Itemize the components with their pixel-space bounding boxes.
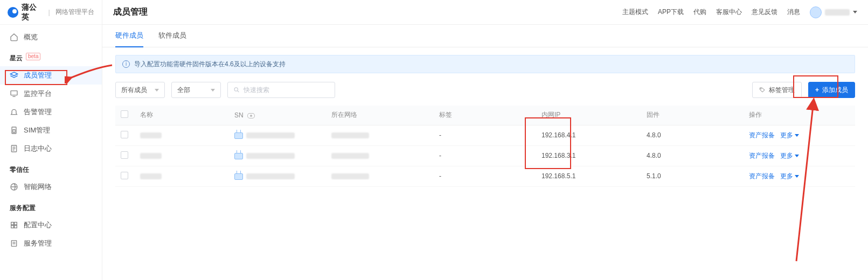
svg-point-19 bbox=[761, 89, 761, 89]
select-filter[interactable]: 全部 bbox=[171, 82, 221, 98]
members-table: 名称 SN 所在网络 标签 内网IP 固件 操作 bbox=[115, 106, 855, 187]
svg-line-18 bbox=[238, 91, 239, 93]
col-ip-header[interactable]: 内网IP bbox=[536, 106, 641, 125]
asset-report-link[interactable]: 资产报备 bbox=[749, 172, 775, 180]
row-checkbox[interactable] bbox=[121, 172, 128, 179]
table-row[interactable]: - 192.168.5.1 5.1.0 资产报备 更多 bbox=[115, 166, 855, 186]
chevron-down-icon bbox=[211, 89, 215, 92]
brand-divider: | bbox=[48, 8, 50, 16]
tab-label: 硬件成员 bbox=[115, 31, 143, 40]
chevron-down-icon bbox=[795, 155, 799, 157]
sidebar-section-xingyun: 星云 beta bbox=[0, 46, 102, 66]
svg-rect-1 bbox=[11, 91, 17, 95]
sidebar-item-sim[interactable]: SIM管理 bbox=[0, 121, 102, 139]
topbar-link-download[interactable]: APP下载 bbox=[658, 8, 684, 17]
select-value: 所有成员 bbox=[121, 86, 147, 95]
sidebar-item-label: 日志中心 bbox=[24, 144, 52, 153]
table-header-row: 名称 SN 所在网络 标签 内网IP 固件 操作 bbox=[115, 106, 855, 125]
row-checkbox[interactable] bbox=[121, 151, 128, 159]
cell-name-redacted bbox=[140, 153, 162, 159]
tab-label: 软件成员 bbox=[158, 31, 186, 40]
row-checkbox[interactable] bbox=[121, 131, 128, 138]
toolbar: 所有成员 全部 标签管理 + 添加成员 bbox=[115, 82, 855, 98]
section-title: 星云 bbox=[10, 54, 23, 63]
asset-report-link[interactable]: 资产报备 bbox=[749, 152, 775, 159]
sidebar-item-members[interactable]: 成员管理 bbox=[0, 66, 102, 85]
sidebar-item-service[interactable]: 服务管理 bbox=[0, 234, 102, 253]
plus-icon: + bbox=[815, 86, 819, 94]
add-member-button[interactable]: + 添加成员 bbox=[808, 82, 855, 98]
topbar-link-theme[interactable]: 主题模式 bbox=[622, 8, 648, 17]
tab-software-members[interactable]: 软件成员 bbox=[158, 25, 186, 47]
svg-rect-13 bbox=[15, 226, 17, 228]
cell-tag: - bbox=[434, 145, 536, 166]
topbar-link-feedback[interactable]: 意见反馈 bbox=[752, 8, 777, 17]
table-row[interactable]: - 192.168.3.1 4.8.0 资产报备 更多 bbox=[115, 145, 855, 166]
info-text: 导入配置功能需硬件固件版本在4.6及以上的设备支持 bbox=[134, 60, 286, 69]
content: i 导入配置功能需硬件固件版本在4.6及以上的设备支持 所有成员 全部 bbox=[102, 47, 868, 187]
col-network-header[interactable]: 所在网络 bbox=[326, 106, 434, 125]
table-row[interactable]: - 192.168.4.1 4.8.0 资产报备 更多 bbox=[115, 125, 855, 145]
search-input-wrap[interactable] bbox=[227, 82, 335, 98]
user-menu[interactable] bbox=[810, 6, 857, 18]
sidebar-item-monitor[interactable]: 监控平台 bbox=[0, 85, 102, 103]
search-input[interactable] bbox=[244, 86, 329, 94]
chevron-down-icon bbox=[795, 175, 799, 178]
home-icon bbox=[10, 33, 18, 41]
beta-tag: beta bbox=[26, 53, 40, 60]
svg-rect-4 bbox=[13, 130, 15, 132]
brand-name: 蒲公英 bbox=[22, 3, 43, 22]
cell-network-redacted bbox=[331, 153, 369, 159]
col-name-header[interactable]: 名称 bbox=[135, 106, 229, 125]
svg-rect-11 bbox=[15, 222, 17, 225]
cell-tag: - bbox=[434, 166, 536, 186]
cell-network-redacted bbox=[331, 173, 369, 179]
bell-icon bbox=[10, 108, 18, 116]
chevron-down-icon bbox=[853, 11, 857, 13]
svg-rect-12 bbox=[11, 226, 14, 228]
more-actions-link[interactable]: 更多 bbox=[780, 172, 799, 181]
sidebar-item-alerts[interactable]: 告警管理 bbox=[0, 103, 102, 121]
more-actions-link[interactable]: 更多 bbox=[780, 131, 799, 140]
topbar-link-support[interactable]: 客服中心 bbox=[716, 8, 742, 17]
main: 成员管理 主题模式 APP下载 代购 客服中心 意见反馈 消息 硬件成员 bbox=[102, 0, 868, 280]
button-label: 标签管理 bbox=[769, 86, 795, 95]
more-actions-link[interactable]: 更多 bbox=[780, 151, 799, 160]
brand: 蒲公英 | 网络管理平台 bbox=[0, 0, 102, 25]
sidebar-item-label: 告警管理 bbox=[24, 107, 52, 117]
cell-tag: - bbox=[434, 125, 536, 145]
topbar-link-purchase[interactable]: 代购 bbox=[693, 8, 706, 17]
chevron-down-icon bbox=[795, 134, 799, 137]
cell-sn-redacted bbox=[246, 173, 295, 179]
sim-icon bbox=[10, 126, 18, 135]
asset-report-link[interactable]: 资产报备 bbox=[749, 131, 775, 139]
select-all-checkbox[interactable] bbox=[121, 110, 128, 118]
sidebar-item-overview[interactable]: 概览 bbox=[0, 28, 102, 46]
service-icon bbox=[10, 239, 18, 248]
layers-icon bbox=[10, 71, 18, 80]
router-icon bbox=[234, 173, 243, 180]
cell-sn-redacted bbox=[246, 132, 295, 138]
sidebar-item-config[interactable]: 配置中心 bbox=[0, 216, 102, 234]
cell-ip: 192.168.4.1 bbox=[536, 125, 641, 145]
cell-name-redacted bbox=[140, 173, 162, 179]
sidebar-item-label: 成员管理 bbox=[24, 71, 52, 80]
brand-subtitle: 网络管理平台 bbox=[55, 8, 94, 17]
sidebar-item-smartnet[interactable]: 智能网络 bbox=[0, 178, 102, 196]
section-title: 零信任 bbox=[10, 165, 29, 174]
col-sn-header[interactable]: SN bbox=[229, 106, 326, 125]
tab-hardware-members[interactable]: 硬件成员 bbox=[115, 25, 143, 47]
topbar-link-messages[interactable]: 消息 bbox=[787, 8, 800, 17]
tabs: 硬件成员 软件成员 bbox=[102, 25, 868, 47]
sidebar-item-label: 服务管理 bbox=[24, 239, 52, 248]
router-icon bbox=[234, 153, 243, 159]
nav: 概览 星云 beta 成员管理 监控平台 bbox=[0, 25, 102, 253]
sidebar-item-logs[interactable]: 日志中心 bbox=[0, 139, 102, 158]
col-tag-header[interactable]: 标签 bbox=[434, 106, 536, 125]
sidebar-section-service: 服务配置 bbox=[0, 196, 102, 216]
select-scope[interactable]: 所有成员 bbox=[115, 82, 165, 98]
col-fw-header[interactable]: 固件 bbox=[641, 106, 744, 125]
tag-manage-button[interactable]: 标签管理 bbox=[752, 82, 802, 98]
eye-icon[interactable] bbox=[247, 113, 255, 118]
cell-fw: 4.8.0 bbox=[641, 125, 744, 145]
